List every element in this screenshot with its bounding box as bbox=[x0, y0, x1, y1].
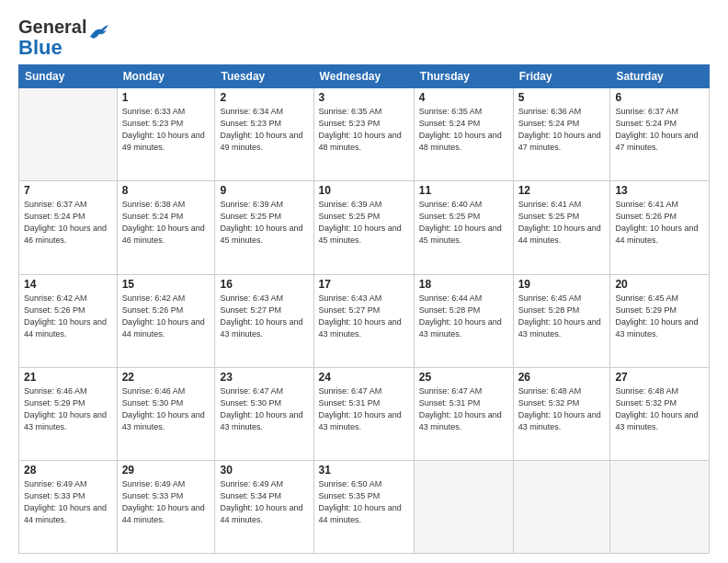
weekday-header: Tuesday bbox=[215, 65, 313, 88]
day-number: 12 bbox=[518, 184, 606, 197]
day-number: 6 bbox=[615, 91, 704, 104]
calendar-day-cell: 2Sunrise: 6:34 AMSunset: 5:23 PMDaylight… bbox=[215, 88, 313, 181]
day-info: Sunrise: 6:39 AMSunset: 5:25 PMDaylight:… bbox=[220, 199, 308, 247]
day-info: Sunrise: 6:46 AMSunset: 5:30 PMDaylight:… bbox=[122, 385, 210, 433]
day-info: Sunrise: 6:38 AMSunset: 5:24 PMDaylight:… bbox=[122, 199, 210, 247]
calendar-day-cell: 11Sunrise: 6:40 AMSunset: 5:25 PMDayligh… bbox=[414, 181, 513, 274]
day-info: Sunrise: 6:47 AMSunset: 5:31 PMDaylight:… bbox=[319, 385, 409, 433]
logo-general: General bbox=[18, 17, 86, 37]
calendar-day-cell: 8Sunrise: 6:38 AMSunset: 5:24 PMDaylight… bbox=[117, 181, 215, 274]
calendar-day-cell: 17Sunrise: 6:43 AMSunset: 5:27 PMDayligh… bbox=[313, 274, 414, 367]
calendar-day-cell bbox=[19, 88, 118, 181]
day-info: Sunrise: 6:49 AMSunset: 5:33 PMDaylight:… bbox=[24, 478, 112, 526]
day-number: 18 bbox=[419, 278, 508, 291]
day-number: 3 bbox=[319, 91, 409, 104]
day-info: Sunrise: 6:42 AMSunset: 5:26 PMDaylight:… bbox=[122, 293, 210, 340]
calendar-week-row: 1Sunrise: 6:33 AMSunset: 5:23 PMDaylight… bbox=[19, 88, 710, 181]
calendar-day-cell: 16Sunrise: 6:43 AMSunset: 5:27 PMDayligh… bbox=[215, 274, 313, 367]
calendar-day-cell: 15Sunrise: 6:42 AMSunset: 5:26 PMDayligh… bbox=[117, 274, 215, 367]
calendar-day-cell: 20Sunrise: 6:45 AMSunset: 5:29 PMDayligh… bbox=[610, 274, 710, 367]
day-number: 22 bbox=[122, 371, 210, 384]
day-info: Sunrise: 6:48 AMSunset: 5:32 PMDaylight:… bbox=[615, 385, 704, 433]
day-number: 5 bbox=[518, 91, 606, 104]
calendar-day-cell: 29Sunrise: 6:49 AMSunset: 5:33 PMDayligh… bbox=[117, 460, 215, 553]
day-info: Sunrise: 6:35 AMSunset: 5:24 PMDaylight:… bbox=[419, 106, 508, 154]
day-info: Sunrise: 6:41 AMSunset: 5:26 PMDaylight:… bbox=[615, 199, 704, 247]
calendar-week-row: 7Sunrise: 6:37 AMSunset: 5:24 PMDaylight… bbox=[19, 181, 710, 274]
day-info: Sunrise: 6:49 AMSunset: 5:33 PMDaylight:… bbox=[122, 478, 210, 526]
day-info: Sunrise: 6:39 AMSunset: 5:25 PMDaylight:… bbox=[319, 199, 409, 247]
day-number: 30 bbox=[220, 464, 308, 477]
day-info: Sunrise: 6:50 AMSunset: 5:35 PMDaylight:… bbox=[319, 478, 409, 526]
day-info: Sunrise: 6:43 AMSunset: 5:27 PMDaylight:… bbox=[319, 293, 409, 340]
day-number: 4 bbox=[419, 91, 508, 104]
page: General Blue SundayMondayTuesdayWednesda… bbox=[0, 0, 728, 563]
day-info: Sunrise: 6:41 AMSunset: 5:25 PMDaylight:… bbox=[518, 199, 606, 247]
day-number: 19 bbox=[518, 278, 606, 291]
weekday-header: Friday bbox=[513, 65, 610, 88]
day-info: Sunrise: 6:47 AMSunset: 5:31 PMDaylight:… bbox=[419, 385, 508, 433]
day-info: Sunrise: 6:37 AMSunset: 5:24 PMDaylight:… bbox=[615, 106, 704, 154]
calendar-week-row: 21Sunrise: 6:46 AMSunset: 5:29 PMDayligh… bbox=[19, 367, 710, 460]
calendar-day-cell: 30Sunrise: 6:49 AMSunset: 5:34 PMDayligh… bbox=[215, 460, 313, 553]
calendar-day-cell: 21Sunrise: 6:46 AMSunset: 5:29 PMDayligh… bbox=[19, 367, 118, 460]
calendar-day-cell: 25Sunrise: 6:47 AMSunset: 5:31 PMDayligh… bbox=[414, 367, 513, 460]
day-number: 8 bbox=[122, 184, 210, 197]
header: General Blue bbox=[18, 17, 710, 59]
calendar-day-cell: 19Sunrise: 6:45 AMSunset: 5:28 PMDayligh… bbox=[513, 274, 610, 367]
day-number: 9 bbox=[220, 184, 308, 197]
day-number: 15 bbox=[122, 278, 210, 291]
day-number: 31 bbox=[319, 464, 409, 477]
day-info: Sunrise: 6:45 AMSunset: 5:29 PMDaylight:… bbox=[615, 293, 704, 340]
calendar-day-cell: 4Sunrise: 6:35 AMSunset: 5:24 PMDaylight… bbox=[414, 88, 513, 181]
day-number: 2 bbox=[220, 91, 308, 104]
logo: General Blue bbox=[18, 17, 108, 59]
day-number: 28 bbox=[24, 464, 112, 477]
day-info: Sunrise: 6:33 AMSunset: 5:23 PMDaylight:… bbox=[122, 106, 210, 154]
calendar-day-cell: 1Sunrise: 6:33 AMSunset: 5:23 PMDaylight… bbox=[117, 88, 215, 181]
calendar-day-cell: 31Sunrise: 6:50 AMSunset: 5:35 PMDayligh… bbox=[313, 460, 414, 553]
calendar-day-cell: 3Sunrise: 6:35 AMSunset: 5:23 PMDaylight… bbox=[313, 88, 414, 181]
calendar-day-cell: 10Sunrise: 6:39 AMSunset: 5:25 PMDayligh… bbox=[313, 181, 414, 274]
logo-bird-icon bbox=[88, 24, 108, 40]
day-number: 25 bbox=[419, 371, 508, 384]
day-info: Sunrise: 6:34 AMSunset: 5:23 PMDaylight:… bbox=[220, 106, 308, 154]
calendar-header-row: SundayMondayTuesdayWednesdayThursdayFrid… bbox=[19, 65, 710, 88]
calendar-day-cell: 12Sunrise: 6:41 AMSunset: 5:25 PMDayligh… bbox=[513, 181, 610, 274]
day-info: Sunrise: 6:47 AMSunset: 5:30 PMDaylight:… bbox=[220, 385, 308, 433]
day-info: Sunrise: 6:42 AMSunset: 5:26 PMDaylight:… bbox=[24, 293, 112, 340]
day-number: 17 bbox=[319, 278, 409, 291]
day-number: 24 bbox=[319, 371, 409, 384]
calendar-week-row: 28Sunrise: 6:49 AMSunset: 5:33 PMDayligh… bbox=[19, 460, 710, 553]
day-info: Sunrise: 6:43 AMSunset: 5:27 PMDaylight:… bbox=[220, 293, 308, 340]
day-number: 27 bbox=[615, 371, 704, 384]
calendar-week-row: 14Sunrise: 6:42 AMSunset: 5:26 PMDayligh… bbox=[19, 274, 710, 367]
calendar-day-cell: 7Sunrise: 6:37 AMSunset: 5:24 PMDaylight… bbox=[19, 181, 118, 274]
calendar-day-cell bbox=[414, 460, 513, 553]
logo-blue: Blue bbox=[18, 36, 63, 59]
day-number: 23 bbox=[220, 371, 308, 384]
day-number: 11 bbox=[419, 184, 508, 197]
calendar-day-cell: 13Sunrise: 6:41 AMSunset: 5:26 PMDayligh… bbox=[610, 181, 710, 274]
calendar-day-cell: 26Sunrise: 6:48 AMSunset: 5:32 PMDayligh… bbox=[513, 367, 610, 460]
calendar-day-cell: 18Sunrise: 6:44 AMSunset: 5:28 PMDayligh… bbox=[414, 274, 513, 367]
day-number: 16 bbox=[220, 278, 308, 291]
day-info: Sunrise: 6:40 AMSunset: 5:25 PMDaylight:… bbox=[419, 199, 508, 247]
day-number: 21 bbox=[24, 371, 112, 384]
day-number: 20 bbox=[615, 278, 704, 291]
calendar-day-cell: 23Sunrise: 6:47 AMSunset: 5:30 PMDayligh… bbox=[215, 367, 313, 460]
day-info: Sunrise: 6:46 AMSunset: 5:29 PMDaylight:… bbox=[24, 385, 112, 433]
day-info: Sunrise: 6:35 AMSunset: 5:23 PMDaylight:… bbox=[319, 106, 409, 154]
day-info: Sunrise: 6:37 AMSunset: 5:24 PMDaylight:… bbox=[24, 199, 112, 247]
day-info: Sunrise: 6:44 AMSunset: 5:28 PMDaylight:… bbox=[419, 293, 508, 340]
day-info: Sunrise: 6:36 AMSunset: 5:24 PMDaylight:… bbox=[518, 106, 606, 154]
day-info: Sunrise: 6:49 AMSunset: 5:34 PMDaylight:… bbox=[220, 478, 308, 526]
weekday-header: Sunday bbox=[19, 65, 118, 88]
weekday-header: Saturday bbox=[610, 65, 710, 88]
day-number: 10 bbox=[319, 184, 409, 197]
day-number: 7 bbox=[24, 184, 112, 197]
weekday-header: Monday bbox=[117, 65, 215, 88]
day-info: Sunrise: 6:48 AMSunset: 5:32 PMDaylight:… bbox=[518, 385, 606, 433]
day-number: 1 bbox=[122, 91, 210, 104]
day-number: 26 bbox=[518, 371, 606, 384]
